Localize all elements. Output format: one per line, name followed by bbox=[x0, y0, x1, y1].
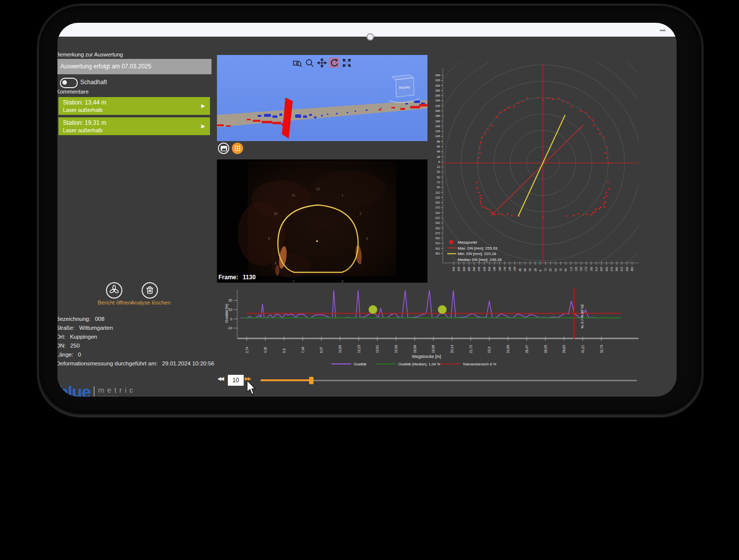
station-marker[interactable] bbox=[438, 305, 446, 314]
svg-text:8: 8 bbox=[438, 160, 440, 163]
svg-text:13,81: 13,81 bbox=[375, 345, 379, 353]
svg-text:24,89: 24,89 bbox=[506, 345, 510, 353]
measurement-metadata: Bezeichnung:008Straße:WittumgartenOrt:Ku… bbox=[57, 315, 214, 369]
svg-text:212: 212 bbox=[595, 267, 598, 271]
metadata-row: Länge:0 bbox=[57, 351, 214, 360]
svg-text:9: 9 bbox=[268, 237, 270, 240]
position-slider-track[interactable] bbox=[261, 380, 637, 381]
schadhaft-toggle[interactable] bbox=[60, 78, 78, 88]
svg-text:Ovalität (Median): 1,04 %: Ovalität (Median): 1,04 % bbox=[398, 362, 440, 366]
svg-text:292: 292 bbox=[435, 237, 440, 240]
main-content: Bemerkung zur Auswertung Auswertung erfo… bbox=[57, 37, 677, 397]
svg-text:148: 148 bbox=[435, 125, 440, 128]
svg-text:292: 292 bbox=[615, 267, 618, 271]
svg-text:10: 10 bbox=[228, 308, 232, 311]
svg-text:-10: -10 bbox=[227, 326, 232, 330]
comments-list: Station: 13,44 mLaser außerhalb▶Station:… bbox=[58, 97, 210, 138]
svg-text:18,56: 18,56 bbox=[431, 345, 435, 353]
svg-text:68: 68 bbox=[524, 268, 527, 271]
svg-text:172: 172 bbox=[584, 267, 587, 271]
fullscreen-icon[interactable] bbox=[341, 57, 352, 68]
svg-text:21,72: 21,72 bbox=[469, 345, 473, 353]
svg-text:352: 352 bbox=[631, 267, 633, 271]
snapshot-view-icon[interactable] bbox=[218, 143, 229, 154]
svg-text:312: 312 bbox=[435, 242, 440, 245]
svg-text:112: 112 bbox=[435, 191, 440, 194]
pan-icon[interactable] bbox=[317, 57, 327, 68]
svg-text:31,21: 31,21 bbox=[581, 345, 584, 353]
app-window: Bemerkung zur Auswertung Auswertung erfo… bbox=[57, 23, 677, 397]
svg-text:288: 288 bbox=[435, 89, 440, 92]
play-icon[interactable]: ▶ bbox=[201, 123, 205, 129]
zoom-icon[interactable] bbox=[304, 57, 315, 68]
svg-text:208: 208 bbox=[488, 267, 491, 271]
grid-view-icon[interactable] bbox=[232, 143, 243, 154]
svg-text:28: 28 bbox=[534, 268, 537, 271]
svg-text:228: 228 bbox=[435, 104, 440, 107]
minimize-control[interactable] bbox=[660, 30, 666, 31]
svg-text:128: 128 bbox=[435, 130, 440, 133]
svg-text:228: 228 bbox=[483, 267, 486, 271]
svg-text:52: 52 bbox=[437, 176, 440, 179]
tablet-device: Bemerkung zur Auswertung Auswertung erfo… bbox=[37, 4, 703, 416]
svg-text:272: 272 bbox=[435, 232, 440, 235]
comment-item[interactable]: Station: 13,44 mLaser außerhalb▶ bbox=[58, 97, 210, 115]
zoom-region-icon[interactable] bbox=[292, 57, 302, 68]
evaluation-note: Auswertung erfolgt am 07.03.2025 bbox=[57, 59, 211, 74]
comment-station: Station: 19,31 m bbox=[63, 119, 206, 127]
station-marker[interactable] bbox=[369, 305, 377, 314]
svg-text:232: 232 bbox=[435, 221, 440, 224]
svg-text:72: 72 bbox=[559, 268, 562, 271]
svg-text:252: 252 bbox=[605, 267, 608, 271]
pointcloud-scene: Rechts bbox=[217, 55, 427, 141]
svg-text:352: 352 bbox=[435, 252, 440, 255]
svg-text:108: 108 bbox=[513, 267, 516, 271]
bluemetric-logo: blue metric software GmbH bbox=[58, 382, 91, 397]
page-background: Bemerkung zur Auswertung Auswertung erfo… bbox=[0, 0, 739, 560]
viewport-toolbar bbox=[292, 57, 352, 68]
open-report-button[interactable] bbox=[106, 282, 122, 299]
comment-item[interactable]: Station: 19,31 mLaser außerhalb▶ bbox=[58, 117, 210, 135]
svg-text:32,79: 32,79 bbox=[600, 345, 603, 353]
svg-text:308: 308 bbox=[463, 267, 466, 271]
svg-text:12: 12 bbox=[437, 165, 440, 168]
logo-divider bbox=[94, 386, 95, 397]
delete-analysis-label: Analyse löschen bbox=[126, 300, 175, 305]
svg-text:Min. DN [mm]: 220,16: Min. DN [mm]: 220,16 bbox=[458, 252, 496, 256]
pointcloud-3d-viewport[interactable]: Rechts bbox=[217, 55, 427, 141]
svg-text:2: 2 bbox=[360, 212, 362, 215]
orientation-cube: Rechts bbox=[389, 75, 420, 102]
svg-text:108: 108 bbox=[435, 135, 440, 138]
svg-text:232: 232 bbox=[600, 267, 603, 271]
frame-counter-value: 1130 bbox=[243, 274, 256, 281]
svg-text:132: 132 bbox=[435, 196, 440, 199]
rewind-button[interactable]: ◀◀ bbox=[217, 376, 223, 381]
svg-text:0: 0 bbox=[230, 317, 232, 321]
svg-text:1: 1 bbox=[342, 194, 344, 197]
rotate-icon[interactable] bbox=[329, 57, 339, 68]
svg-text:272: 272 bbox=[610, 267, 613, 271]
play-icon[interactable]: ▶ bbox=[201, 103, 205, 108]
svg-text:332: 332 bbox=[626, 267, 629, 271]
svg-text:152: 152 bbox=[435, 201, 440, 204]
metadata-row: Ort:Kuppingen bbox=[57, 333, 214, 342]
mouse-cursor bbox=[246, 380, 257, 397]
svg-text:132: 132 bbox=[575, 267, 578, 271]
svg-text:12: 12 bbox=[316, 187, 320, 191]
ovality-chart: 20100-10Ovalität [%]2,744,325,97,499,071… bbox=[222, 286, 641, 375]
svg-text:92: 92 bbox=[564, 268, 567, 271]
metadata-row: Bezeichnung:008 bbox=[57, 315, 214, 324]
step-size-input[interactable] bbox=[228, 375, 244, 386]
svg-text:288: 288 bbox=[468, 267, 471, 271]
svg-text:88: 88 bbox=[519, 268, 522, 271]
svg-text:15,39: 15,39 bbox=[394, 345, 398, 353]
svg-text:168: 168 bbox=[498, 267, 501, 271]
position-slider-thumb[interactable] bbox=[309, 377, 314, 384]
svg-text:248: 248 bbox=[477, 267, 480, 271]
delete-analysis-button[interactable] bbox=[142, 282, 158, 299]
svg-text:8: 8 bbox=[274, 261, 276, 265]
svg-text:52: 52 bbox=[554, 268, 557, 271]
svg-text:312: 312 bbox=[620, 267, 623, 271]
svg-text:8: 8 bbox=[539, 270, 542, 271]
svg-text:128: 128 bbox=[508, 267, 511, 271]
